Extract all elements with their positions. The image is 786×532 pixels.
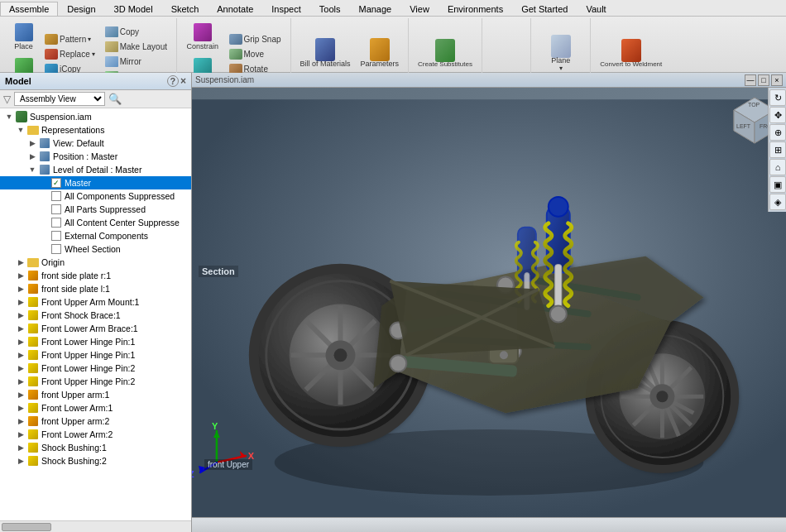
mirror-button[interactable]: Mirror bbox=[101, 55, 171, 69]
tree-front-upper-hinge-pin2[interactable]: ▶ Front Upper Hinge Pin:2 bbox=[0, 375, 191, 388]
fuam-expander[interactable]: ▶ bbox=[15, 298, 26, 306]
make-layout-button[interactable]: Make Layout bbox=[101, 40, 171, 54]
all-content-checkbox bbox=[50, 217, 63, 228]
vs-fit-btn[interactable]: ⊞ bbox=[769, 141, 786, 158]
assembly-view-selector[interactable]: Assembly View bbox=[14, 92, 105, 106]
tab-getstarted[interactable]: Get Started bbox=[512, 2, 577, 16]
panel-help-icon[interactable]: ? bbox=[167, 75, 179, 87]
plane-button[interactable]: Plane ▾ bbox=[543, 34, 579, 74]
tab-manage[interactable]: Manage bbox=[349, 2, 400, 16]
tab-environments[interactable]: Environments bbox=[439, 2, 512, 16]
tree-front-lower-arm2[interactable]: ▶ Front Lower Arm:2 bbox=[0, 428, 191, 441]
tree-shock-bushing1[interactable]: ▶ Shock Bushing:1 bbox=[0, 441, 191, 454]
flhp2-expander[interactable]: ▶ bbox=[15, 364, 26, 372]
tree-front-lower-arm1[interactable]: ▶ Front Lower Arm:1 bbox=[0, 401, 191, 415]
tree-front-lower-hinge-pin2[interactable]: ▶ Front Lower Hinge Pin:2 bbox=[0, 362, 191, 375]
plane-dropdown-arrow[interactable]: ▾ bbox=[559, 65, 563, 72]
origin-expander[interactable]: ▶ bbox=[15, 258, 26, 266]
fuhp1-expander[interactable]: ▶ bbox=[15, 351, 26, 359]
tab-tools[interactable]: Tools bbox=[310, 2, 350, 16]
fua1-expander[interactable]: ▶ bbox=[15, 391, 26, 399]
parameters-button[interactable]: Parameters bbox=[357, 37, 404, 70]
tree-external-components[interactable]: External Components bbox=[0, 229, 191, 242]
tree-front-lower-hinge-pin1[interactable]: ▶ Front Lower Hinge Pin:1 bbox=[0, 335, 191, 348]
tab-vault[interactable]: Vault bbox=[577, 2, 615, 16]
makelayout-icon bbox=[105, 41, 118, 52]
replace-button[interactable]: Replace ▾ bbox=[41, 47, 99, 61]
tree-front-upper-arm1[interactable]: ▶ front Upper arm:1 bbox=[0, 388, 191, 401]
flhp1-expander[interactable]: ▶ bbox=[15, 338, 26, 346]
tab-view[interactable]: View bbox=[400, 2, 439, 16]
fla2-expander[interactable]: ▶ bbox=[15, 430, 26, 439]
fsp-r1-expander[interactable]: ▶ bbox=[15, 271, 26, 280]
search-icon[interactable]: 🔍 bbox=[108, 93, 122, 105]
position-expander[interactable]: ▶ bbox=[26, 152, 38, 161]
tree-all-parts-suppressed[interactable]: All Parts Suppressed bbox=[0, 203, 191, 216]
tab-3dmodel[interactable]: 3D Model bbox=[105, 2, 162, 16]
tab-sketch[interactable]: Sketch bbox=[162, 2, 208, 16]
grip-snap-button[interactable]: Grip Snap bbox=[225, 32, 285, 46]
vs-shadow-btn[interactable]: ◈ bbox=[769, 194, 786, 210]
tree-all-components-suppressed[interactable]: All Components Suppressed bbox=[0, 189, 191, 203]
tree-lod-label: Level of Detail : Master bbox=[53, 165, 141, 175]
fuhp2-expander[interactable]: ▶ bbox=[15, 377, 26, 386]
fsb-expander[interactable]: ▶ bbox=[15, 311, 26, 319]
tree-root[interactable]: ▼ Suspension.iam bbox=[0, 110, 191, 123]
tree-view-default[interactable]: ▶ View: Default bbox=[0, 137, 191, 150]
place-button[interactable]: Place bbox=[9, 20, 39, 53]
svg-point-39 bbox=[500, 351, 508, 359]
panel-hscrollbar[interactable] bbox=[0, 520, 191, 532]
tree-front-side-plate-r1[interactable]: ▶ front side plate r:1 bbox=[0, 269, 191, 282]
constrain-button[interactable]: Constrain bbox=[182, 20, 223, 53]
tree-front-upper-hinge-pin1[interactable]: ▶ Front Upper Hinge Pin:1 bbox=[0, 348, 191, 362]
tree-front-shock-brace[interactable]: ▶ Front Shock Brace:1 bbox=[0, 309, 191, 322]
pattern-dropdown-arrow[interactable]: ▾ bbox=[88, 36, 91, 43]
replace-dropdown-arrow[interactable]: ▾ bbox=[92, 50, 95, 58]
convert-to-weldment-button[interactable]: Convert to Weldment bbox=[596, 38, 666, 70]
tree-all-content-center[interactable]: All Content Center Suppresse bbox=[0, 216, 191, 229]
viewport-minimize-btn[interactable]: — bbox=[745, 74, 756, 86]
hscrollbar-thumb[interactable] bbox=[2, 523, 51, 531]
tree-position-master[interactable]: ▶ Position : Master bbox=[0, 150, 191, 163]
tree-origin[interactable]: ▶ Origin bbox=[0, 256, 191, 269]
tree-master[interactable]: Master bbox=[0, 176, 191, 189]
lod-expander[interactable]: ▼ bbox=[26, 165, 38, 174]
tree-front-upper-arm-mount[interactable]: ▶ Front Upper Arm Mount:1 bbox=[0, 295, 191, 309]
pattern-button[interactable]: Pattern ▾ bbox=[41, 32, 99, 46]
tree-representations[interactable]: ▼ Representations bbox=[0, 123, 191, 137]
tab-annotate[interactable]: Annotate bbox=[208, 2, 262, 16]
fua2-expander[interactable]: ▶ bbox=[15, 417, 26, 425]
tree-front-side-plate-l1[interactable]: ▶ front side plate l:1 bbox=[0, 282, 191, 295]
vs-wireframe-btn[interactable]: ▣ bbox=[769, 176, 786, 193]
tree-shock-bushing2[interactable]: ▶ Shock Bushing:2 bbox=[0, 454, 191, 467]
tab-design[interactable]: Design bbox=[58, 2, 104, 16]
svg-point-46 bbox=[550, 306, 567, 323]
tree-flhp1-label: Front Lower Hinge Pin:1 bbox=[41, 337, 135, 347]
create-substitutes-button[interactable]: Create Substitutes bbox=[414, 38, 477, 70]
fsp-l1-expander[interactable]: ▶ bbox=[15, 285, 26, 293]
sb2-expander[interactable]: ▶ bbox=[15, 457, 26, 465]
tab-assemble[interactable]: Assemble bbox=[0, 2, 58, 16]
vs-orbit-btn[interactable]: ↻ bbox=[769, 89, 786, 106]
view-default-expander[interactable]: ▶ bbox=[26, 139, 38, 147]
tab-inspect[interactable]: Inspect bbox=[262, 2, 309, 16]
panel-close-icon[interactable]: × bbox=[180, 75, 186, 87]
tree-wheel-section[interactable]: Wheel Section bbox=[0, 242, 191, 256]
tree-front-lower-arm-brace[interactable]: ▶ Front Lower Arm Brace:1 bbox=[0, 322, 191, 335]
root-expander[interactable]: ▼ bbox=[3, 113, 15, 121]
move-button[interactable]: Move bbox=[225, 47, 285, 61]
tree-front-upper-arm2[interactable]: ▶ front Upper arm:2 bbox=[0, 415, 191, 428]
fuam-icon bbox=[26, 296, 40, 308]
tree-lod-master[interactable]: ▼ Level of Detail : Master bbox=[0, 163, 191, 176]
repr-expander[interactable]: ▼ bbox=[15, 126, 26, 134]
flab-expander[interactable]: ▶ bbox=[15, 324, 26, 333]
sb1-expander[interactable]: ▶ bbox=[15, 443, 26, 452]
viewport-close-btn[interactable]: × bbox=[771, 74, 783, 86]
fla1-expander[interactable]: ▶ bbox=[15, 404, 26, 412]
vs-pan-btn[interactable]: ✥ bbox=[769, 107, 786, 123]
copy-button[interactable]: Copy bbox=[101, 25, 171, 39]
vs-home-btn[interactable]: ⌂ bbox=[769, 159, 786, 175]
vs-zoom-btn[interactable]: ⊕ bbox=[769, 124, 786, 141]
bom-button[interactable]: Bill of Materials bbox=[296, 37, 355, 70]
viewport-maximize-btn[interactable]: □ bbox=[758, 74, 769, 86]
